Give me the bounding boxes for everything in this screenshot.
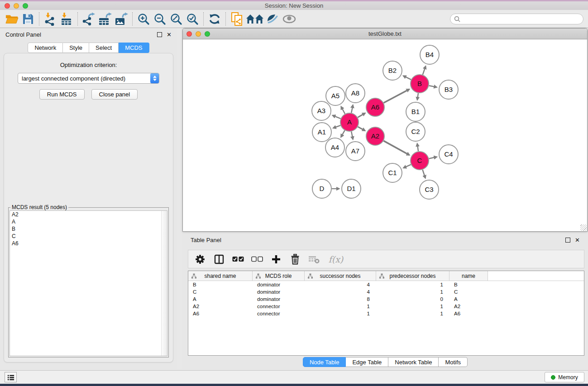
home-icon[interactable]	[245, 11, 265, 27]
tab-motifs[interactable]: Motifs	[439, 357, 468, 367]
graph-node-B1[interactable]: B1	[406, 102, 425, 121]
table-row[interactable]: Adominator80A	[188, 295, 584, 303]
tab-select[interactable]: Select	[89, 43, 119, 53]
add-column-icon[interactable]	[270, 253, 282, 266]
select-all-icon[interactable]	[232, 253, 244, 266]
search-field[interactable]	[450, 14, 583, 24]
table-row[interactable]: Cdominator41C	[188, 288, 584, 295]
result-item[interactable]: B	[10, 225, 167, 233]
tab-edge-table[interactable]: Edge Table	[346, 357, 388, 367]
graph-node-A4[interactable]: A4	[325, 138, 344, 157]
close-panel-icon[interactable]: ✕	[167, 32, 172, 37]
save-session-icon[interactable]	[20, 11, 36, 27]
float-panel-icon[interactable]	[157, 32, 162, 37]
column-visibility-icon[interactable]	[213, 253, 225, 266]
close-panel-button[interactable]: Close panel	[91, 89, 138, 100]
criterion-value: largest connected component (directed)	[18, 75, 150, 82]
graph-node-D1[interactable]: D1	[342, 179, 361, 198]
copy-network-icon[interactable]	[229, 11, 245, 27]
list-icon	[7, 374, 15, 381]
export-table-icon[interactable]	[97, 11, 113, 27]
graph-node-A6[interactable]: A6	[366, 98, 384, 116]
tab-node-table[interactable]: Node Table	[303, 357, 346, 367]
graph-node-B[interactable]: B	[411, 75, 429, 93]
graph-node-A8[interactable]: A8	[346, 84, 365, 103]
network-graph[interactable]: AA1A2A3A4A5A6A7A8BB1B2B3B4CC1C2C3C4DD1	[183, 39, 587, 231]
birdseye-view-icon[interactable]	[265, 11, 281, 27]
search-input[interactable]	[463, 15, 583, 23]
deselect-all-icon[interactable]	[251, 253, 263, 266]
import-network-icon[interactable]	[42, 11, 58, 27]
graph-node-C4[interactable]: C4	[439, 145, 458, 164]
svg-text:A4: A4	[331, 143, 339, 151]
result-item[interactable]: A2	[10, 211, 167, 218]
table-settings-icon[interactable]	[194, 253, 206, 266]
cell-predecessor-nodes: 1	[376, 289, 449, 295]
graph-node-B3[interactable]: B3	[439, 80, 458, 99]
function-builder-icon[interactable]: f(x)	[327, 253, 345, 266]
table-row[interactable]: A6connector11A6	[188, 310, 584, 317]
svg-text:A8: A8	[351, 89, 359, 97]
result-item[interactable]: A6	[10, 240, 167, 247]
zoom-out-icon[interactable]	[152, 11, 168, 27]
tab-network[interactable]: Network	[28, 43, 63, 53]
graph-node-C1[interactable]: C1	[383, 163, 402, 182]
zoom-in-icon[interactable]	[135, 11, 152, 27]
open-session-icon[interactable]	[4, 11, 20, 27]
table-toolbar: f(x)	[188, 250, 584, 268]
column-header-name[interactable]: name	[449, 271, 488, 281]
resize-grip[interactable]	[580, 224, 587, 231]
graph-node-A2[interactable]: A2	[366, 127, 384, 145]
tab-style[interactable]: Style	[63, 43, 89, 53]
graphics-details-icon[interactable]	[281, 11, 297, 27]
zoom-fit-icon[interactable]	[168, 11, 184, 27]
graph-node-C2[interactable]: C2	[406, 122, 425, 141]
network-window-titlebar[interactable]: testGlobe.txt	[183, 29, 587, 39]
zoom-selected-icon[interactable]	[184, 11, 201, 27]
graph-node-A1[interactable]: A1	[312, 123, 331, 142]
column-header-predecessor-nodes[interactable]: predecessor nodes	[376, 271, 449, 281]
node-table[interactable]: shared nameMCDS rolesuccessor nodesprede…	[188, 271, 584, 356]
graph-node-A3[interactable]: A3	[312, 101, 331, 120]
mcds-result-list[interactable]: A2ABCA6	[10, 210, 167, 356]
close-table-panel-icon[interactable]: ✕	[575, 238, 580, 243]
result-item[interactable]: C	[10, 233, 167, 240]
delete-column-icon[interactable]	[289, 253, 301, 266]
graph-node-B2[interactable]: B2	[383, 61, 402, 80]
table-row[interactable]: Bdominator41B	[188, 281, 584, 288]
column-header-successor-nodes[interactable]: successor nodes	[305, 271, 376, 281]
graph-node-A5[interactable]: A5	[326, 86, 345, 105]
graph-node-C[interactable]: C	[411, 152, 429, 170]
graph-node-B4[interactable]: B4	[420, 45, 439, 64]
column-header-MCDS-role[interactable]: MCDS role	[253, 271, 305, 281]
cell-successor-nodes: 4	[305, 289, 376, 295]
graph-node-A7[interactable]: A7	[346, 142, 365, 161]
refresh-icon[interactable]	[206, 11, 223, 27]
memory-button[interactable]: Memory	[545, 372, 584, 382]
export-network-icon[interactable]	[81, 11, 97, 27]
graph-node-C3[interactable]: C3	[420, 180, 439, 199]
svg-text:B3: B3	[445, 86, 453, 93]
cell-name: A2	[449, 304, 488, 309]
column-header-shared-name[interactable]: shared name	[188, 271, 253, 281]
tab-mcds[interactable]: MCDS	[119, 43, 149, 53]
run-mcds-button[interactable]: Run MCDS	[39, 89, 85, 100]
svg-text:A6: A6	[371, 103, 379, 111]
graph-node-A[interactable]: A	[340, 113, 359, 131]
criterion-dropdown[interactable]: largest connected component (directed)	[18, 73, 159, 84]
table-panel: Table Panel ✕	[182, 234, 588, 369]
table-row[interactable]: A2connector11A2	[188, 303, 584, 310]
import-table-icon[interactable]	[58, 11, 75, 27]
float-table-panel-icon[interactable]	[565, 238, 570, 243]
delete-table-icon[interactable]	[308, 253, 320, 266]
export-image-icon[interactable]	[113, 11, 129, 27]
result-scrollbar[interactable]	[161, 211, 167, 356]
task-history-button[interactable]	[5, 372, 17, 382]
graph-node-D[interactable]: D	[312, 179, 331, 198]
mcds-result-box: MCDS result (5 nodes) A2ABCA6	[8, 207, 169, 357]
optimization-criterion-label: Optimization criterion:	[4, 62, 173, 68]
result-item[interactable]: A	[10, 218, 167, 225]
tab-network-table[interactable]: Network Table	[388, 357, 439, 367]
cell-MCDS-role: dominator	[253, 296, 305, 302]
network-canvas[interactable]: AA1A2A3A4A5A6A7A8BB1B2B3B4CC1C2C3C4DD1	[183, 39, 587, 231]
